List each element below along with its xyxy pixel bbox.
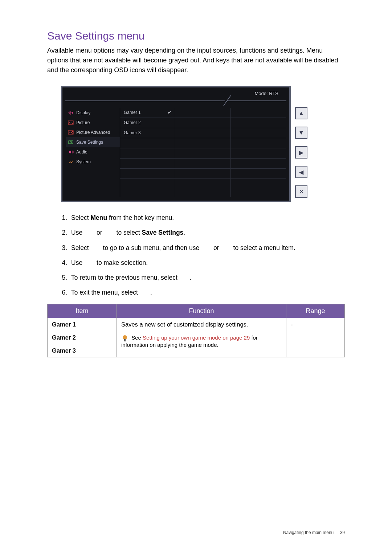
close-button[interactable]: ✕ <box>295 185 307 198</box>
th-function: Function <box>117 304 286 318</box>
arrow-down-icon: ▼ <box>298 130 304 136</box>
sidebar-item-label: Audio <box>76 149 87 155</box>
option-label: Gamer 2 <box>124 118 141 128</box>
osd-column-b <box>175 108 230 197</box>
page-title: Save Settings menu <box>47 30 345 42</box>
step-5: To return to the previous menu, select . <box>69 273 345 282</box>
step-3: Select to go to a sub menu, and then use… <box>69 243 345 253</box>
step-6: To exit the menu, select . <box>69 288 345 297</box>
picture-icon <box>68 120 74 125</box>
sidebar-item-label: System <box>76 159 91 164</box>
function-text: Saves a new set of customized display se… <box>121 321 282 328</box>
sidebar-item-label: Picture Advanced <box>76 130 110 135</box>
svg-rect-7 <box>124 341 126 341</box>
option-gamer-1[interactable]: Gamer 1 ✔ <box>120 108 175 118</box>
left-button[interactable]: ◀ <box>295 166 307 178</box>
item-gamer-3: Gamer 3 <box>48 344 117 357</box>
svg-point-2 <box>72 131 73 132</box>
sidebar-item-picture-advanced[interactable]: Picture Advanced <box>66 127 120 137</box>
svg-point-5 <box>123 335 127 340</box>
osd-sidebar: Display Picture Picture Advanced <box>66 108 120 197</box>
step-1: Select Menu from the hot key menu. <box>69 213 345 222</box>
option-gamer-2[interactable]: Gamer 2 <box>120 118 175 128</box>
option-gamer-3[interactable]: Gamer 3 <box>120 128 175 138</box>
item-gamer-2: Gamer 2 <box>48 331 117 344</box>
arrow-up-icon: ▲ <box>298 110 304 116</box>
function-cell: Saves a new set of customized display se… <box>117 318 286 357</box>
reference-table: Item Function Range Gamer 1 Saves a new … <box>47 304 345 357</box>
picture-adv-icon <box>68 130 74 135</box>
option-label: Gamer 3 <box>124 128 141 138</box>
sidebar-item-label: Display <box>76 110 90 115</box>
item-gamer-1: Gamer 1 <box>48 318 117 331</box>
page-number: 39 <box>340 530 345 535</box>
arrow-right-icon: ▶ <box>299 149 303 156</box>
step-4: Use to make selection. <box>69 258 345 267</box>
down-button[interactable]: ▼ <box>295 127 307 139</box>
th-range: Range <box>286 304 345 318</box>
range-cell: - <box>286 318 345 357</box>
osd-column-c <box>230 108 286 197</box>
link-game-mode[interactable]: Setting up your own game mode on page 29 <box>143 335 250 341</box>
step-2: Use or to select Save Settings. <box>69 228 345 237</box>
sidebar-item-audio[interactable]: Audio <box>66 147 120 157</box>
save-icon <box>68 140 74 145</box>
system-icon <box>68 159 74 164</box>
display-icon <box>68 110 74 115</box>
sidebar-item-save-settings[interactable]: Save Settings <box>66 137 120 147</box>
option-label: Gamer 1 <box>124 108 141 118</box>
instruction-list: Select Menu from the hot key menu. Use o… <box>54 213 345 297</box>
arrow-left-icon: ◀ <box>299 169 303 176</box>
close-icon: ✕ <box>299 188 304 195</box>
svg-rect-6 <box>124 339 126 341</box>
footer-text: Navigating the main menu <box>283 530 334 535</box>
audio-icon <box>68 149 74 155</box>
sidebar-item-label: Save Settings <box>76 140 103 145</box>
lightbulb-icon <box>121 335 128 342</box>
intro-text: Available menu options may vary dependin… <box>47 46 345 75</box>
sidebar-item-label: Picture <box>76 120 90 125</box>
sidebar-item-display[interactable]: Display <box>66 108 120 118</box>
check-icon: ✔ <box>168 108 171 118</box>
th-item: Item <box>48 304 117 318</box>
osd-side-buttons: ▲ ▼ ▶ ◀ ✕ <box>295 86 307 198</box>
footer: Navigating the main menu 39 <box>283 530 345 535</box>
mode-label: Mode: RTS <box>254 91 278 96</box>
right-button[interactable]: ▶ <box>295 146 307 159</box>
sidebar-item-system[interactable]: System <box>66 157 120 167</box>
svg-point-4 <box>70 141 72 143</box>
osd-panel: Mode: RTS Display Picture <box>61 86 291 202</box>
sidebar-item-picture[interactable]: Picture <box>66 118 120 127</box>
up-button[interactable]: ▲ <box>295 107 307 119</box>
osd-options-column: Gamer 1 ✔ Gamer 2 Gamer 3 <box>120 108 175 197</box>
